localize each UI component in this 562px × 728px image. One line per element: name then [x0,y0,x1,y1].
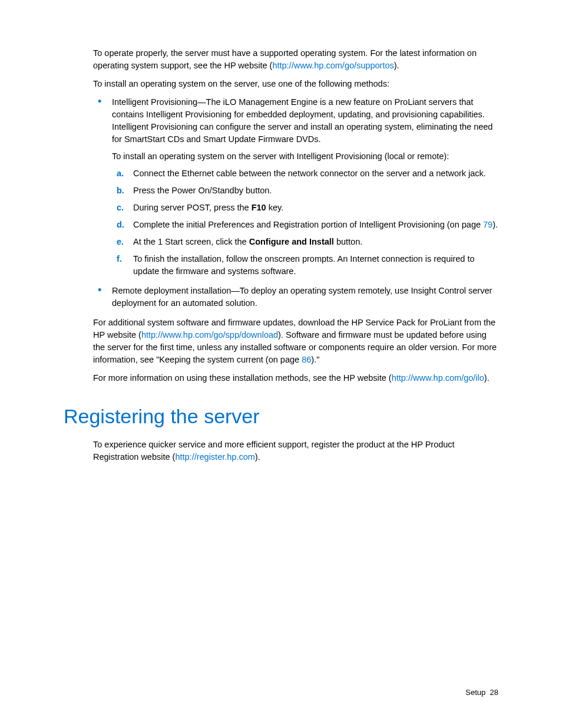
main-content: To operate properly, the server must hav… [93,47,498,463]
step-a: a.Connect the Ethernet cable between the… [117,167,498,180]
step-d: d.Complete the initial Preferences and R… [117,219,498,231]
bullet-subtext: To install an operating system on the se… [112,150,498,163]
footer-page-number: 28 [490,688,498,697]
configure-install-label: Configure and Install [249,237,334,246]
bullet-text: Remote deployment installation—To deploy… [112,285,498,309]
page-ref-79[interactable]: 79 [483,220,492,229]
heading-registering: Registering the server [64,402,498,431]
spp-download-link[interactable]: http://www.hp.com/go/spp/download [141,330,278,340]
footer-section: Setup [465,688,485,697]
intro-paragraph-2: To install an operating system on the se… [93,78,498,90]
ilo-link[interactable]: http://www.hp.com/go/ilo [392,373,484,383]
step-c: c.During server POST, press the F10 key. [117,202,498,214]
page-footer: Setup 28 [465,687,498,699]
f10-key: F10 [252,203,266,212]
step-f: f.To finish the installation, follow the… [117,253,498,278]
page-ref-86[interactable]: 86 [302,355,311,364]
intro-paragraph-1: To operate properly, the server must hav… [93,47,498,72]
bullet-text: Intelligent Provisioning—The iLO Managem… [112,96,498,146]
page: To operate properly, the server must hav… [0,0,562,728]
bullet-intelligent-provisioning: Intelligent Provisioning—The iLO Managem… [93,96,498,278]
step-e: e.At the 1 Start screen, click the Confi… [117,236,498,248]
more-info-para: For more information on using these inst… [93,372,498,384]
register-link[interactable]: http://register.hp.com [175,452,254,462]
methods-list: Intelligent Provisioning—The iLO Managem… [93,96,498,309]
step-b: b.Press the Power On/Standby button. [117,185,498,197]
additional-para: For additional system software and firmw… [93,317,498,366]
register-para: To experience quicker service and more e… [93,439,498,463]
supportos-link[interactable]: http://www.hp.com/go/supportos [272,61,394,70]
bullet-remote-deployment: Remote deployment installation—To deploy… [93,285,498,309]
steps-list: a.Connect the Ethernet cable between the… [117,167,498,278]
